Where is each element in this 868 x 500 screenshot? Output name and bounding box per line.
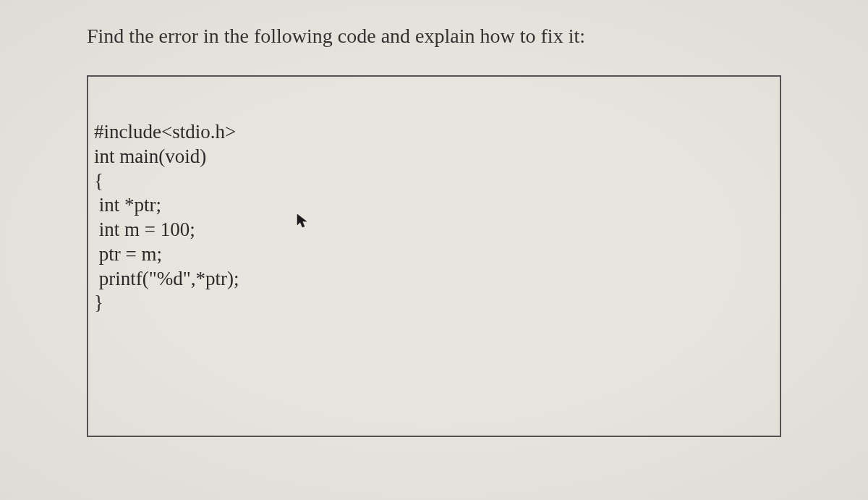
code-block: #include<stdio.h> int main(void) { int *… [94,120,774,315]
code-line-5: int m = 100; [94,219,195,240]
code-line-6: ptr = m; [94,243,162,265]
question-prompt: Find the error in the following code and… [87,22,781,50]
code-line-3: { [94,170,103,192]
code-line-7: printf("%d",*ptr); [94,268,239,289]
code-line-4: int *ptr; [94,194,161,216]
code-line-2: int main(void) [94,145,206,167]
code-line-8: } [94,292,103,313]
code-container: #include<stdio.h> int main(void) { int *… [87,75,781,437]
code-line-1: #include<stdio.h> [94,121,236,143]
